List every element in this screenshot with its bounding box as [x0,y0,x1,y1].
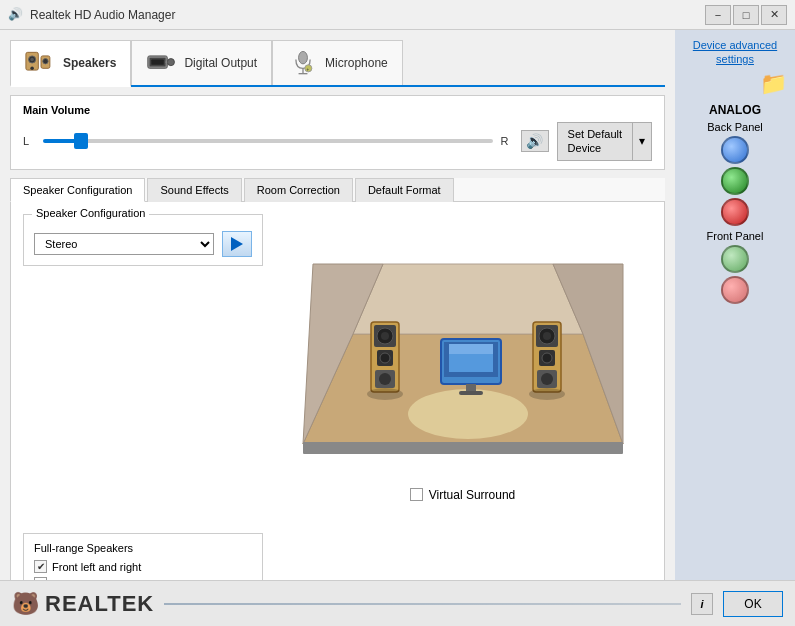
play-icon [231,237,243,251]
connector-green[interactable] [721,167,749,195]
bottom-bar: 🐻 REALTEK i OK [0,580,795,626]
config-select-row: Stereo Quadraphonic 5.1 Speaker 7.1 Spea… [34,231,252,257]
connector-red[interactable] [721,198,749,226]
tab-speakers[interactable]: Speakers [10,40,131,87]
svg-text:+: + [307,67,310,72]
config-section: Speaker Configuration Sound Effects Room… [10,178,665,616]
back-panel-label: Back Panel [683,121,787,133]
maximize-button[interactable]: □ [733,5,759,25]
realtek-bear-icon: 🐻 [12,591,39,617]
room-svg [293,214,633,484]
digital-icon [146,47,178,79]
window-controls: − □ ✕ [705,5,787,25]
svg-point-33 [380,353,390,363]
realtek-text: REALTEK [45,591,154,617]
speaker-config-select[interactable]: Stereo Quadraphonic 5.1 Speaker 7.1 Spea… [34,233,214,255]
virtual-surround-label: Virtual Surround [429,488,516,502]
folder-icon[interactable]: 📁 [760,71,787,97]
svg-point-35 [379,373,391,385]
svg-point-45 [529,388,565,400]
config-right: Virtual Surround [273,214,652,603]
analog-title: ANALOG [683,103,787,117]
set-default-arrow[interactable]: ▾ [633,123,651,160]
speaker-config-group: Speaker Configuration Stereo Quadraphoni… [23,214,263,266]
set-default-button[interactable]: Set DefaultDevice ▾ [557,122,652,161]
front-lr-row[interactable]: ✔ Front left and right [34,560,252,573]
volume-slider[interactable] [43,139,493,143]
bottom-divider [164,603,681,605]
spacer [23,276,263,523]
mic-icon: + [287,47,319,79]
config-left: Speaker Configuration Stereo Quadraphoni… [23,214,263,603]
svg-rect-46 [303,442,623,454]
microphone-tab-label: Microphone [325,56,388,70]
svg-rect-25 [449,344,493,354]
svg-rect-27 [459,391,483,395]
app-icon: 🔊 [8,7,24,23]
right-label: R [501,135,513,147]
subtab-room-correction[interactable]: Room Correction [244,178,353,202]
svg-point-3 [30,67,34,71]
virtual-surround-checkbox[interactable] [410,488,423,501]
info-button[interactable]: i [691,593,713,615]
svg-point-31 [381,332,389,340]
minimize-button[interactable]: − [705,5,731,25]
slider-thumb[interactable] [74,133,88,149]
svg-point-2 [30,58,34,62]
close-button[interactable]: ✕ [761,5,787,25]
svg-point-11 [299,51,308,63]
device-advanced-link[interactable]: Device advanced settings [683,38,787,67]
svg-point-43 [541,373,553,385]
fullrange-label: Full-range Speakers [34,542,252,554]
svg-point-44 [367,388,403,400]
set-default-label: Set DefaultDevice [558,123,633,160]
titlebar: 🔊 Realtek HD Audio Manager − □ ✕ [0,0,795,30]
svg-rect-26 [466,384,476,392]
tab-digital[interactable]: Digital Output [131,40,272,85]
svg-rect-8 [152,59,164,64]
subtab-default-format[interactable]: Default Format [355,178,454,202]
info-icon: i [700,598,703,610]
volume-row: L R 🔊 Set DefaultDevice ▾ [23,122,652,161]
subtab-sound-effects[interactable]: Sound Effects [147,178,241,202]
subtab-speaker-config[interactable]: Speaker Configuration [10,178,145,202]
tab-microphone[interactable]: + Microphone [272,40,403,85]
speakers-tab-label: Speakers [63,56,116,70]
device-tabs: Speakers Digital Output [10,40,665,87]
sub-tabs: Speaker Configuration Sound Effects Room… [10,178,665,202]
svg-point-39 [543,332,551,340]
play-button[interactable] [222,231,252,257]
connector-green-light[interactable] [721,245,749,273]
front-lr-label: Front left and right [52,561,141,573]
svg-point-5 [43,59,48,64]
virtual-surround-row[interactable]: Virtual Surround [410,488,516,502]
volume-section: Main Volume L R 🔊 Set DefaultDevice ▾ [10,95,665,170]
speaker-scene [293,214,633,484]
svg-point-9 [168,59,175,66]
front-panel-label: Front Panel [683,230,787,242]
connector-pink[interactable] [721,276,749,304]
analog-section: ANALOG Back Panel Front Panel [683,103,787,307]
digital-tab-label: Digital Output [184,56,257,70]
main-container: Speakers Digital Output [0,30,795,626]
realtek-logo: 🐻 REALTEK [12,591,154,617]
mute-button[interactable]: 🔊 [521,130,549,152]
volume-label: Main Volume [23,104,652,116]
config-panel: Speaker Configuration Stereo Quadraphoni… [10,202,665,616]
left-panel: Speakers Digital Output [0,30,675,626]
svg-point-41 [542,353,552,363]
right-sidebar: Device advanced settings 📁 ANALOG Back P… [675,30,795,626]
connector-blue[interactable] [721,136,749,164]
speakers-icon [25,47,57,79]
ok-button[interactable]: OK [723,591,783,617]
app-title: Realtek HD Audio Manager [30,8,705,22]
svg-point-17 [408,389,528,439]
left-label: L [23,135,35,147]
config-group-label: Speaker Configuration [32,207,149,219]
front-lr-checkbox[interactable]: ✔ [34,560,47,573]
checkmark-icon: ✔ [37,561,45,572]
